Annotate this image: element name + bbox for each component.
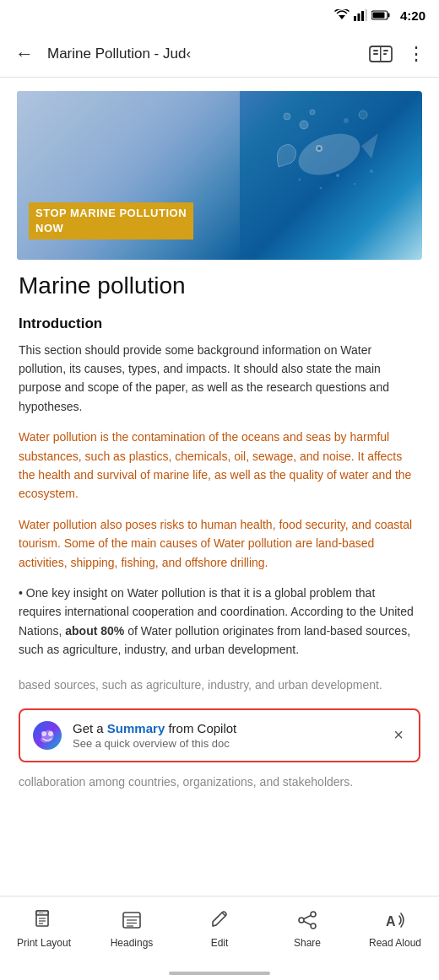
svg-line-48 [304,922,311,925]
headings-icon [120,908,144,932]
faded-text-before-banner: based sources, such as agriculture, indu… [0,670,439,703]
hero-image: STOP MARINE POLLUTION NOW [17,91,422,260]
svg-rect-12 [383,50,388,51]
svg-rect-10 [373,50,378,51]
toolbar-label-headings: Headings [111,937,154,950]
toolbar-label-read-aloud: Read Aloud [369,937,421,950]
copilot-title-end: from Copilot [165,721,236,735]
bottom-toolbar: Print Layout Headings Edit [0,896,439,980]
paragraph-3: Water pollution also poses risks to huma… [19,515,420,572]
copilot-subtitle: See a quick overview of this doc [73,737,380,750]
document-title: Marine Pollution - Jud‹ [47,46,358,62]
home-indicator [169,972,270,975]
svg-rect-13 [383,53,387,55]
svg-marker-0 [339,15,345,19]
paragraph-4: • One key insight on Water pollution is … [19,584,420,660]
svg-line-47 [304,916,311,919]
copilot-title-highlight: Summary [107,721,165,735]
hero-badge: STOP MARINE POLLUTION NOW [29,202,193,240]
svg-point-29 [41,731,46,736]
svg-rect-1 [354,16,356,21]
toolbar-item-print-layout[interactable]: Print Layout [0,905,88,950]
faded-text-after-banner: collaboration among countries, organizat… [0,767,439,800]
document-area: STOP MARINE POLLUTION NOW Marine polluti… [0,78,439,896]
svg-marker-15 [361,133,378,159]
svg-point-21 [344,118,349,123]
wifi-icon [334,9,350,21]
section-title-introduction: Introduction [19,315,420,332]
battery-icon [371,10,390,20]
doc-main-title: Marine pollution [19,272,420,300]
doc-content: Marine pollution Introduction This secti… [0,260,439,670]
svg-point-20 [284,113,290,120]
status-icons [334,9,390,21]
svg-point-30 [48,731,53,736]
toolbar-label-print-layout: Print Layout [17,937,71,950]
svg-point-27 [320,187,322,190]
copilot-close-button[interactable]: × [390,722,407,748]
signal-icon [354,9,367,21]
svg-point-23 [336,174,339,177]
paragraph-2: Water pollution is the contamination of … [19,428,420,503]
paragraph-1: This section should provide some backgro… [19,341,420,417]
print-layout-icon [32,908,56,932]
svg-rect-11 [373,53,378,55]
svg-point-45 [299,918,304,923]
more-options-button[interactable]: ⋮ [404,41,429,67]
read-aloud-icon: A [383,908,407,932]
copilot-logo [32,720,62,751]
svg-rect-6 [372,13,384,19]
back-button[interactable]: ← [10,38,39,70]
svg-rect-9 [380,46,382,62]
svg-point-14 [293,126,366,182]
toolbar-item-headings[interactable]: Headings [88,905,176,950]
svg-point-44 [311,912,316,917]
copilot-banner-text: Get a Summary from Copilot See a quick o… [73,721,380,750]
toolbar-item-share[interactable]: Share [263,905,351,950]
svg-point-18 [300,121,308,129]
toolbar-item-read-aloud[interactable]: A Read Aloud [351,905,439,950]
copilot-title: Get a Summary from Copilot [73,721,380,735]
svg-text:A: A [386,914,396,929]
immersive-reader-button[interactable] [366,40,395,68]
svg-rect-7 [388,13,389,18]
share-icon [295,908,319,932]
svg-rect-2 [357,13,360,21]
status-bar: 4:20 [0,0,439,30]
hero-decoration [262,100,397,209]
toolbar-label-edit: Edit [211,937,229,950]
copilot-title-start: Get a [73,721,107,735]
svg-point-26 [354,183,355,185]
toolbar-item-edit[interactable]: Edit [176,905,263,950]
svg-point-22 [359,110,367,119]
svg-point-46 [311,923,316,929]
svg-rect-4 [365,9,367,21]
svg-point-19 [310,110,315,115]
svg-line-42 [222,913,225,916]
status-time: 4:20 [400,8,425,23]
top-bar: ← Marine Pollution - Jud‹ ⋮ [0,30,439,78]
toolbar-label-share: Share [294,937,321,950]
svg-point-25 [370,170,373,173]
edit-icon [208,908,231,932]
paragraph-4-bold: about 80% [65,624,124,638]
svg-point-24 [299,179,301,181]
copilot-banner[interactable]: Get a Summary from Copilot See a quick o… [19,708,420,762]
svg-rect-3 [361,11,364,21]
svg-point-17 [317,147,321,150]
